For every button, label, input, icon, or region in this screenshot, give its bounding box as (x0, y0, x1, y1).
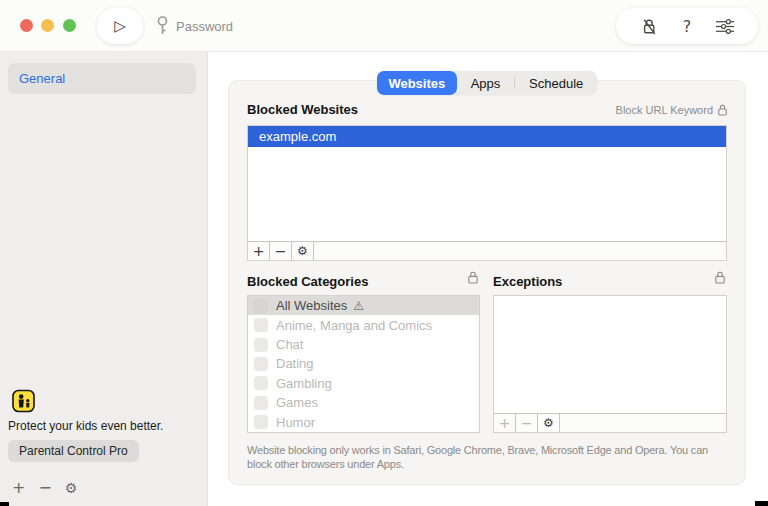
help-button[interactable]: ? (677, 16, 697, 36)
question-mark-icon: ? (683, 17, 692, 36)
gear-icon[interactable]: ⚙ (65, 480, 78, 496)
block-url-keyword-option[interactable]: Block URL Keyword (616, 104, 727, 116)
lock-slash-icon (640, 17, 659, 36)
category-row[interactable]: Games (248, 393, 479, 412)
footer-note: Website blocking only works in Safari, G… (247, 444, 733, 471)
sidebar-item-label: General (19, 71, 65, 86)
remove-exception-button[interactable]: − (516, 414, 538, 432)
lock-icon (718, 104, 727, 116)
category-checkbox[interactable] (254, 357, 268, 371)
screen-artifact (0, 502, 9, 506)
window-title-group: Password (156, 0, 233, 52)
exceptions-title: Exceptions (493, 274, 562, 289)
key-icon (156, 15, 169, 37)
category-checkbox[interactable] (254, 318, 268, 332)
category-checkbox[interactable] (254, 338, 268, 352)
lock-icon (468, 271, 478, 284)
titlebar-toolbar: ? (616, 8, 758, 44)
category-row[interactable]: Humor (248, 413, 479, 432)
category-checkbox[interactable] (254, 415, 268, 429)
blocked-websites-list: example.com + − ⚙ (247, 125, 727, 261)
window-title: Password (176, 19, 233, 34)
add-button[interactable]: + (12, 478, 25, 497)
exceptions-list: + − ⚙ (493, 295, 727, 433)
lock-icon (715, 271, 725, 284)
close-window-button[interactable] (20, 19, 33, 32)
remove-button[interactable]: − (38, 478, 51, 497)
tab-websites[interactable]: Websites (377, 71, 457, 95)
sidebar-item-general[interactable]: General (8, 63, 196, 94)
run-button[interactable]: ▷ (97, 8, 143, 44)
category-row[interactable]: Anime, Manga and Comics (248, 315, 479, 334)
tab-schedule[interactable]: Schedule (515, 71, 597, 95)
blocked-categories-list: All Websites ⚠ Anime, Manga and Comics C… (247, 295, 480, 433)
blocked-website-row[interactable]: example.com (248, 126, 726, 147)
warning-icon: ⚠ (353, 299, 364, 313)
category-checkbox[interactable] (254, 299, 268, 313)
titlebar: ▷ Password ? (0, 0, 768, 52)
blocked-websites-title: Blocked Websites (247, 102, 358, 117)
category-row[interactable]: Gambling (248, 374, 479, 393)
parental-control-icon (12, 389, 35, 413)
screen-artifact (755, 501, 768, 506)
promo-text: Protect your kids even better. (8, 419, 163, 433)
zoom-window-button[interactable] (63, 19, 76, 32)
play-icon: ▷ (114, 17, 126, 35)
website-settings-button[interactable]: ⚙ (292, 242, 314, 260)
add-exception-button[interactable]: + (494, 414, 516, 432)
exception-settings-button[interactable]: ⚙ (538, 414, 560, 432)
sidebar: General Protect your kids even better. P… (0, 52, 208, 506)
remove-website-button[interactable]: − (270, 242, 292, 260)
sidebar-controls: + − ⚙ (12, 478, 77, 497)
blocked-categories-title: Blocked Categories (247, 274, 368, 289)
parental-control-pro-button[interactable]: Parental Control Pro (8, 440, 139, 462)
tab-apps[interactable]: Apps (457, 71, 515, 95)
exceptions-list-controls: + − ⚙ (494, 413, 726, 432)
category-row[interactable]: Chat (248, 335, 479, 354)
lock-disabled-button[interactable] (639, 16, 659, 36)
sliders-icon (715, 18, 735, 35)
category-checkbox[interactable] (254, 376, 268, 390)
preferences-button[interactable] (715, 16, 735, 36)
websites-list-controls: + − ⚙ (248, 241, 726, 260)
category-checkbox[interactable] (254, 396, 268, 410)
tab-bar: Websites Apps Schedule (377, 71, 597, 95)
minimize-window-button[interactable] (41, 19, 54, 32)
category-row[interactable]: All Websites ⚠ (248, 296, 479, 315)
category-row[interactable]: Dating (248, 354, 479, 373)
add-website-button[interactable]: + (248, 242, 270, 260)
